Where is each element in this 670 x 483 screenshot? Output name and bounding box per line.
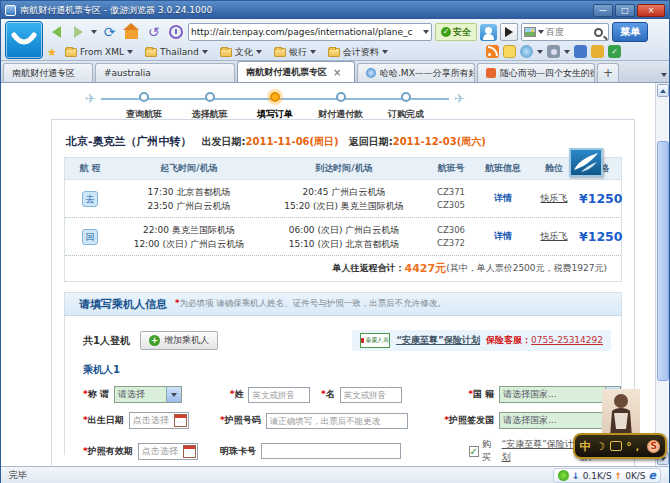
adblock-shield-icon[interactable]: ✓ xyxy=(608,45,621,58)
passenger-section: 请填写乘机人信息 *为必填项 请确保乘机人姓名、证件号与护照一致，出票后不允许修… xyxy=(64,292,622,455)
menu-button[interactable]: 菜单 xyxy=(612,22,648,42)
ime-logo-icon[interactable]: S xyxy=(647,440,660,453)
order-container: 北京-奥克兰（广州中转） 出发日期:2011-11-06(周日) 返回日期:20… xyxy=(51,119,635,466)
return-date-label: 返回日期: xyxy=(349,136,393,147)
folder-icon xyxy=(274,48,286,57)
boarding-count: 共1人登机 xyxy=(83,334,130,348)
rss-icon[interactable] xyxy=(486,45,499,58)
address-dropdown-icon[interactable] xyxy=(423,30,429,34)
tab-tenpay-zone[interactable]: 南航财付通专区 xyxy=(3,63,93,82)
search-input[interactable] xyxy=(546,27,592,37)
checkbox-checked-icon[interactable]: ✓ xyxy=(469,446,479,457)
ime-toolbar[interactable]: 中 ☽ °， S xyxy=(573,433,667,459)
search-engine-dropdown-icon[interactable] xyxy=(538,30,544,34)
browser-window: 南航财付通机票专区 - 傲游浏览器 3.0.24.1000 — □ × ⟳ ↺ xyxy=(0,0,670,483)
ime-mode-button[interactable]: 中 xyxy=(580,439,591,454)
ime-punct-button[interactable]: °， xyxy=(626,439,643,454)
birth-date-input[interactable]: 点击选择 xyxy=(129,412,189,429)
close-button[interactable]: × xyxy=(637,4,665,17)
tab-flight-zone-active[interactable]: 南航财付通机票专区 × xyxy=(237,61,355,82)
address-input[interactable] xyxy=(191,27,423,37)
pearl-card-input[interactable] xyxy=(261,443,401,459)
ime-moon-icon[interactable]: ☽ xyxy=(595,440,605,453)
minimize-button[interactable]: — xyxy=(593,4,613,17)
given-name-input[interactable] xyxy=(340,387,402,403)
ie-engine-icon[interactable]: e xyxy=(649,469,656,482)
flight-table: 航 程 起飞时间/机场 到达时间/机场 航班号 航班信息 舱位 价格 去 17:… xyxy=(64,157,622,282)
insurance-plan-link[interactable]: “安康至尊”保险计划 xyxy=(396,334,480,347)
cabin-link[interactable]: 快乐飞 xyxy=(529,230,579,243)
detail-link[interactable]: 详情 xyxy=(477,230,529,243)
tab-list-icon[interactable] xyxy=(661,73,667,77)
security-label: 安全 xyxy=(453,26,471,39)
status-text: 完毕 xyxy=(9,469,27,482)
user-account-icon[interactable] xyxy=(480,24,497,41)
page-viewport: ✈ ✈ 查询航班 选择航班 填写订单 xyxy=(1,83,669,466)
insurance-plan-link[interactable]: “安康至尊”保险计划 xyxy=(502,438,577,464)
scrollbar-thumb[interactable] xyxy=(657,141,669,381)
scroll-up-button[interactable] xyxy=(657,84,669,97)
bookmark-folder-culture[interactable]: 文化 xyxy=(216,46,266,59)
tab-australia[interactable]: #australia xyxy=(95,63,235,82)
history-dropdown-icon[interactable] xyxy=(91,30,97,34)
maxthon-menu-logo[interactable] xyxy=(5,21,43,59)
undo-button[interactable]: ↺ xyxy=(144,23,163,42)
step-search-flights: 查询航班 xyxy=(113,87,175,121)
mail-icon[interactable] xyxy=(591,45,604,58)
detail-link[interactable]: 详情 xyxy=(477,192,529,205)
upload-speed: 0K/S xyxy=(625,471,645,481)
title-bar: 南航财付通机票专区 - 傲游浏览器 3.0.24.1000 — □ × xyxy=(1,1,669,19)
bookmark-folder-thailand[interactable]: Thailand xyxy=(141,47,212,57)
refresh-button[interactable]: ⟳ xyxy=(100,23,119,42)
step-dot xyxy=(336,92,346,102)
address-bar[interactable] xyxy=(188,23,432,41)
title-select[interactable]: 请选择 xyxy=(114,386,182,403)
surname-input[interactable] xyxy=(248,387,310,403)
insurance-strip: 泰康人寿 “安康至尊”保险计划 保险客服：0755-25314292 xyxy=(352,330,611,351)
passenger1-title: 乘机人1 xyxy=(83,363,621,377)
network-speed-panel: ↓ 0.1K/S ↑ 0K/S e xyxy=(553,468,661,483)
note-icon[interactable] xyxy=(503,45,516,58)
home-button[interactable] xyxy=(122,23,141,42)
passport-number-input[interactable] xyxy=(266,413,408,429)
chevron-down-icon xyxy=(310,50,316,54)
vertical-scrollbar[interactable] xyxy=(655,83,669,466)
back-button[interactable] xyxy=(47,23,66,42)
price-return: ¥1250 xyxy=(579,229,623,244)
add-passenger-button[interactable]: + 增加乘机人 xyxy=(140,331,218,350)
forward-button[interactable] xyxy=(69,23,88,42)
chevron-down-icon[interactable] xyxy=(166,387,181,402)
history-button[interactable] xyxy=(166,23,185,42)
ime-keyboard-icon[interactable] xyxy=(610,441,622,451)
passport-expiry-input[interactable]: 点击选择 xyxy=(138,443,198,460)
chevron-down-icon[interactable] xyxy=(564,50,570,54)
go-button[interactable] xyxy=(500,23,518,41)
chevron-down-icon[interactable] xyxy=(537,50,543,54)
calendar-icon[interactable] xyxy=(174,414,187,427)
depart-date-value: 2011-11-06(周日) xyxy=(246,136,339,147)
new-tab-button[interactable]: + xyxy=(597,63,619,82)
flight-row-return: 回 22:00 奥克兰国际机场 12:00 (次日) 广州白云机场 06:00 … xyxy=(65,218,621,256)
price-outbound: ¥1250 xyxy=(579,191,623,206)
calendar-icon[interactable] xyxy=(183,445,196,458)
reader-icon[interactable] xyxy=(574,45,587,58)
search-engine-icon[interactable] xyxy=(524,27,536,37)
bookmark-folder-fromxml[interactable]: From XML xyxy=(61,47,137,57)
chevron-down-icon xyxy=(202,50,208,54)
snapshot-icon[interactable] xyxy=(547,45,560,58)
cabin-link[interactable]: 快乐飞 xyxy=(529,192,579,205)
network-icon xyxy=(558,470,569,481)
search-icon[interactable] xyxy=(594,28,603,37)
plugin-globe-icon[interactable] xyxy=(520,45,533,58)
search-box[interactable] xyxy=(521,23,609,41)
flight-row-outbound: 去 17:30 北京首都机场 23:50 广州白云机场 20:45 广州白云机场… xyxy=(65,180,621,218)
favorites-star-icon[interactable]: ★ xyxy=(47,46,57,59)
bookmark-folder-accounting[interactable]: 会计资料 xyxy=(324,46,392,59)
security-badge[interactable]: ✓ 安全 xyxy=(435,23,477,41)
tab-close-icon[interactable]: × xyxy=(333,67,341,78)
maximize-button[interactable]: □ xyxy=(615,4,635,17)
tab-haha-mx[interactable]: 哈哈.MX——分享所有好... xyxy=(357,63,475,82)
bookmark-folder-bank[interactable]: 银行 xyxy=(270,46,320,59)
step-fill-order: 填写订单 xyxy=(244,87,306,121)
tab-four-girls[interactable]: 随心而动—四个女生的德... xyxy=(477,63,595,82)
